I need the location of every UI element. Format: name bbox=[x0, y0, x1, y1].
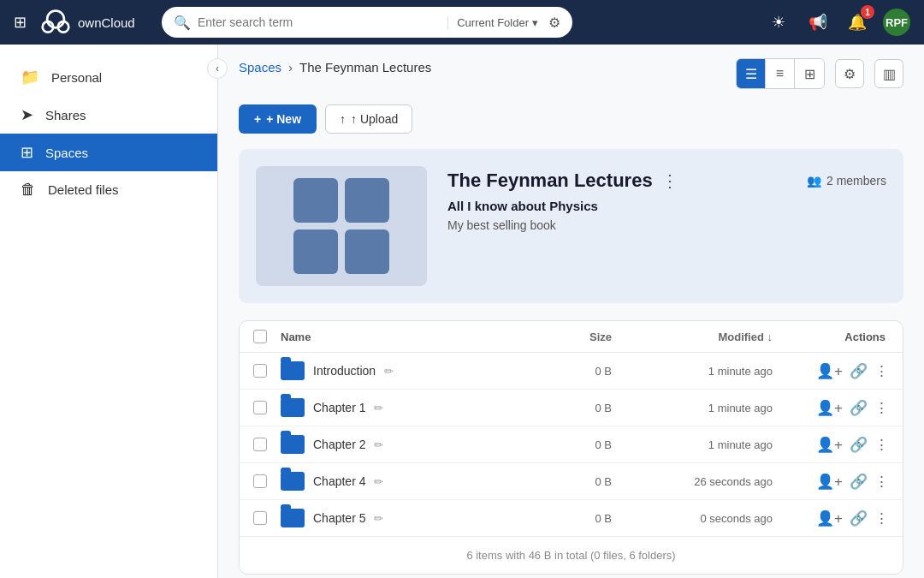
edit-icon[interactable]: ✏ bbox=[374, 402, 383, 414]
folder-icon: 📁 bbox=[21, 68, 39, 86]
table-row: Introduction ✏ 0 B 1 minute ago 👤+ 🔗 ⋮ bbox=[240, 353, 903, 390]
table-row: Chapter 1 ✏ 0 B 1 minute ago 👤+ 🔗 ⋮ bbox=[240, 390, 903, 426]
view-compact-button[interactable]: ≡ bbox=[766, 59, 795, 88]
more-icon[interactable]: ⋮ bbox=[874, 362, 889, 380]
view-toggle-group: ☰ ≡ ⊞ bbox=[736, 58, 825, 89]
thumb-cell-2 bbox=[345, 178, 389, 223]
avatar[interactable]: RPF bbox=[883, 9, 910, 36]
logo: ownCloud bbox=[40, 7, 151, 38]
space-members[interactable]: 👥 2 members bbox=[807, 174, 886, 188]
search-bar: 🔍 Current Folder ▾ ⚙ bbox=[162, 7, 572, 38]
share-icon: ➤ bbox=[21, 105, 33, 124]
upload-button-label: ↑ Upload bbox=[351, 112, 398, 126]
view-list-button[interactable]: ☰ bbox=[737, 59, 766, 88]
file-modified-cell: 1 minute ago bbox=[632, 365, 786, 378]
topnav: ⊞ ownCloud 🔍 Current Folder ▾ ⚙ ☀ 📢 🔔 1 … bbox=[0, 0, 924, 45]
file-name-label[interactable]: Introduction bbox=[313, 364, 376, 378]
sidebar-item-deleted[interactable]: 🗑 Deleted files bbox=[0, 171, 217, 208]
view-grid-button[interactable]: ⊞ bbox=[795, 59, 824, 88]
new-button[interactable]: + + New bbox=[239, 104, 317, 134]
file-modified-cell: 1 minute ago bbox=[632, 438, 786, 451]
main-content: Spaces › The Feynman Lectures ☰ ≡ ⊞ ⚙ ▥ bbox=[218, 45, 924, 578]
select-all-checkbox[interactable] bbox=[253, 330, 267, 343]
breadcrumb-current: The Feynman Lectures bbox=[299, 60, 431, 74]
members-icon: 👥 bbox=[807, 174, 821, 188]
file-size-cell: 0 B bbox=[547, 402, 632, 414]
space-title-row: The Feynman Lectures ⋮ 👥 2 members bbox=[447, 170, 886, 192]
share-user-icon[interactable]: 👤+ bbox=[816, 473, 843, 491]
share-user-icon[interactable]: 👤+ bbox=[816, 362, 843, 380]
row-checkbox[interactable] bbox=[253, 438, 267, 451]
link-icon[interactable]: 🔗 bbox=[850, 509, 868, 527]
file-actions-cell: 👤+ 🔗 ⋮ bbox=[786, 509, 889, 527]
filter-icon[interactable]: ⚙ bbox=[548, 15, 560, 31]
space-title: The Feynman Lectures bbox=[447, 170, 653, 192]
more-icon[interactable]: ⋮ bbox=[874, 436, 889, 454]
more-icon[interactable]: ⋮ bbox=[874, 399, 889, 417]
table-row: Chapter 4 ✏ 0 B 26 seconds ago 👤+ 🔗 ⋮ bbox=[240, 463, 903, 500]
topnav-right: ☀ 📢 🔔 1 RPF bbox=[765, 9, 910, 36]
folder-icon bbox=[281, 361, 305, 380]
link-icon[interactable]: 🔗 bbox=[850, 399, 868, 417]
notifications-icon[interactable]: 🔔 1 bbox=[844, 9, 871, 36]
thumb-cell-1 bbox=[293, 178, 338, 223]
breadcrumb-separator: › bbox=[288, 60, 293, 74]
breadcrumb-toolbar: Spaces › The Feynman Lectures ☰ ≡ ⊞ ⚙ ▥ bbox=[239, 58, 903, 89]
more-icon[interactable]: ⋮ bbox=[874, 473, 889, 491]
file-actions-cell: 👤+ 🔗 ⋮ bbox=[786, 473, 889, 491]
search-input[interactable] bbox=[198, 15, 441, 29]
sidebar-collapse-button[interactable]: ‹ bbox=[207, 58, 228, 79]
search-scope[interactable]: Current Folder ▾ bbox=[447, 16, 538, 29]
folder-icon bbox=[281, 435, 305, 454]
share-user-icon[interactable]: 👤+ bbox=[816, 399, 843, 417]
edit-icon[interactable]: ✏ bbox=[384, 365, 394, 378]
row-checkbox[interactable] bbox=[253, 364, 267, 378]
file-actions-cell: 👤+ 🔗 ⋮ bbox=[786, 362, 889, 380]
file-name-label[interactable]: Chapter 5 bbox=[313, 511, 365, 525]
sidebar-item-spaces[interactable]: ⊞ Spaces bbox=[0, 134, 217, 171]
file-actions-cell: 👤+ 🔗 ⋮ bbox=[786, 399, 889, 417]
sidebar-item-personal[interactable]: 📁 Personal bbox=[0, 58, 217, 96]
file-modified-cell: 1 minute ago bbox=[632, 402, 786, 414]
link-icon[interactable]: 🔗 bbox=[850, 362, 868, 380]
edit-icon[interactable]: ✏ bbox=[374, 438, 383, 451]
brightness-icon[interactable]: ☀ bbox=[765, 9, 792, 36]
row-checkbox[interactable] bbox=[253, 474, 267, 488]
row-checkbox[interactable] bbox=[253, 401, 267, 414]
chevron-down-icon: ▾ bbox=[532, 16, 538, 29]
upload-button[interactable]: ↑ ↑ Upload bbox=[325, 104, 412, 134]
file-actions-cell: 👤+ 🔗 ⋮ bbox=[786, 436, 889, 454]
space-menu-button[interactable]: ⋮ bbox=[661, 170, 678, 191]
link-icon[interactable]: 🔗 bbox=[850, 473, 868, 491]
file-size-cell: 0 B bbox=[547, 438, 632, 451]
sidebar-item-shares[interactable]: ➤ Shares bbox=[0, 96, 217, 134]
view-toolbar: ☰ ≡ ⊞ ⚙ ▥ bbox=[736, 58, 903, 89]
row-checkbox[interactable] bbox=[253, 511, 267, 525]
folder-icon bbox=[281, 472, 305, 491]
spaces-icon: ⊞ bbox=[21, 143, 33, 162]
breadcrumb-parent[interactable]: Spaces bbox=[239, 60, 281, 74]
share-user-icon[interactable]: 👤+ bbox=[816, 436, 843, 454]
display-settings-button[interactable]: ⚙ bbox=[835, 59, 864, 88]
file-name-label[interactable]: Chapter 2 bbox=[313, 438, 365, 451]
file-name-label[interactable]: Chapter 1 bbox=[313, 401, 365, 414]
file-name-cell: Chapter 2 ✏ bbox=[281, 435, 547, 454]
file-name-label[interactable]: Chapter 4 bbox=[313, 474, 365, 488]
thumb-cell-4 bbox=[345, 229, 389, 274]
table-row: Chapter 5 ✏ 0 B 0 seconds ago 👤+ 🔗 ⋮ bbox=[240, 500, 903, 537]
sidebar: ‹ 📁 Personal ➤ Shares ⊞ Spaces 🗑 Deleted… bbox=[0, 45, 218, 578]
more-icon[interactable]: ⋮ bbox=[874, 509, 889, 527]
col-modified-header: Modified ↓ bbox=[632, 331, 786, 343]
share-user-icon[interactable]: 👤+ bbox=[816, 509, 843, 527]
apps-icon[interactable]: ⊞ bbox=[14, 13, 27, 32]
announcement-icon[interactable]: 📢 bbox=[804, 9, 832, 36]
edit-icon[interactable]: ✏ bbox=[374, 512, 383, 525]
upload-icon: ↑ bbox=[340, 112, 346, 126]
space-description: My best selling book bbox=[447, 218, 886, 232]
file-table: Name Size Modified ↓ Actions Introductio… bbox=[239, 320, 903, 575]
edit-icon[interactable]: ✏ bbox=[374, 475, 383, 488]
link-icon[interactable]: 🔗 bbox=[850, 436, 868, 454]
members-count: 2 members bbox=[826, 174, 886, 188]
notification-badge: 1 bbox=[861, 5, 874, 19]
sidebar-panel-button[interactable]: ▥ bbox=[874, 59, 903, 88]
